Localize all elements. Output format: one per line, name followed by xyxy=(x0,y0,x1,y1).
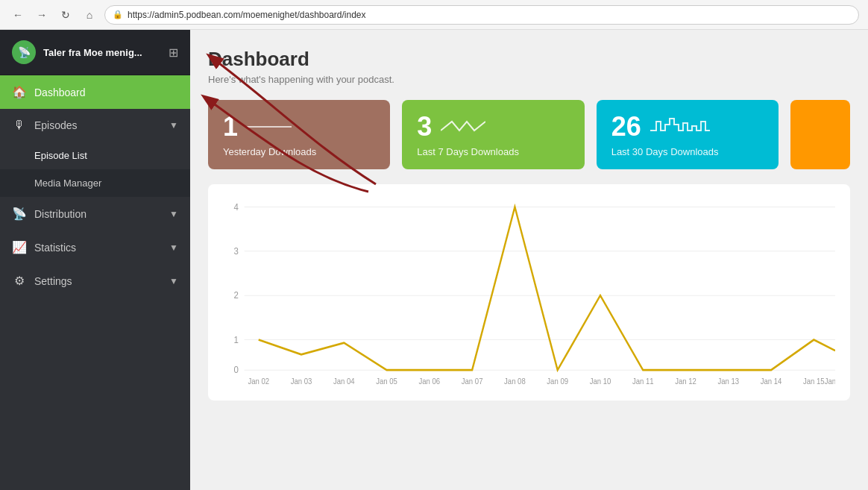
svg-text:Jan 09: Jan 09 xyxy=(547,377,568,386)
url-bar[interactable]: 🔒 https://admin5.podbean.com/moemenighet… xyxy=(104,5,859,25)
chevron-down-icon: ▼ xyxy=(169,209,178,219)
stat-card-last30: 26 Last 30 Days Downloads xyxy=(597,100,779,169)
wave-icon xyxy=(247,116,292,138)
yesterday-number: 1 xyxy=(223,113,238,140)
svg-text:Jan 14: Jan 14 xyxy=(761,377,782,386)
chart-svg: 4 3 2 1 0 Jan 02 Jan 03 Jan 04 Jan 05 Ja… xyxy=(223,199,835,386)
reload-button[interactable]: ↻ xyxy=(57,6,75,24)
stat-number: 26 xyxy=(611,113,764,140)
sidebar-item-dashboard[interactable]: 🏠 Dashboard xyxy=(0,75,190,109)
sidebar-item-episodes[interactable]: 🎙 Episodes ▼ xyxy=(0,109,190,142)
chevron-down-icon: ▼ xyxy=(169,120,178,131)
sidebar-nav: 🏠 Dashboard 🎙 Episodes ▼ Episode List Me… xyxy=(0,75,190,490)
chevron-down-icon: ▼ xyxy=(169,276,178,286)
stats-row: 1 Yesterday Downloads 3 Last 7 Days Down… xyxy=(208,100,850,169)
statistics-icon: 📈 xyxy=(12,240,27,254)
stat-card-last7: 3 Last 7 Days Downloads xyxy=(402,100,584,169)
sidebar-item-episode-list[interactable]: Episode List xyxy=(0,142,190,169)
svg-text:Jan 13: Jan 13 xyxy=(717,377,739,386)
brand-icon: 📡 xyxy=(12,40,36,64)
svg-text:Jan 04: Jan 04 xyxy=(333,377,355,386)
lock-icon: 🔒 xyxy=(113,10,123,19)
stat-label: Yesterday Downloads xyxy=(223,146,375,157)
svg-text:Jan 11: Jan 11 xyxy=(632,377,654,386)
svg-text:Jan 12: Jan 12 xyxy=(675,377,696,386)
svg-text:Jan 05: Jan 05 xyxy=(376,377,397,386)
svg-text:Jan 08: Jan 08 xyxy=(504,377,526,386)
svg-text:Jan 15: Jan 15 xyxy=(803,377,825,386)
stat-card-yesterday: 1 Yesterday Downloads xyxy=(208,100,390,169)
sidebar-item-media-manager[interactable]: Media Manager xyxy=(0,169,190,197)
last30-number: 26 xyxy=(611,113,641,140)
stat-number: 3 xyxy=(417,113,569,140)
main-content: Dashboard Here's what's happening with y… xyxy=(190,30,868,490)
svg-text:Jan 02: Jan 02 xyxy=(248,377,269,386)
svg-text:1: 1 xyxy=(234,334,239,345)
chart-container: 4 3 2 1 0 Jan 02 Jan 03 Jan 04 Jan 05 Ja… xyxy=(208,184,850,401)
chart-area: 4 3 2 1 0 Jan 02 Jan 03 Jan 04 Jan 05 Ja… xyxy=(223,199,835,393)
sidebar-item-label: Statistics xyxy=(34,242,162,254)
grid-icon[interactable]: ⊞ xyxy=(169,45,178,60)
sidebar-item-statistics[interactable]: 📈 Statistics ▼ xyxy=(0,230,190,264)
browser-chrome: ← → ↻ ⌂ 🔒 https://admin5.podbean.com/moe… xyxy=(0,0,868,30)
stat-card-total xyxy=(790,100,850,169)
microphone-icon: 🎙 xyxy=(12,119,27,132)
stat-number: 1 xyxy=(223,113,375,140)
stat-label: Last 30 Days Downloads xyxy=(611,146,764,157)
chevron-down-icon: ▼ xyxy=(169,242,178,253)
svg-text:Jan 06: Jan 06 xyxy=(419,377,441,386)
sidebar-item-label: Distribution xyxy=(34,208,162,220)
page-title: Dashboard xyxy=(208,48,850,71)
sidebar-item-distribution[interactable]: 📡 Distribution ▼ xyxy=(0,197,190,230)
sidebar-item-label: Episodes xyxy=(34,119,162,131)
episode-list-label: Episode List xyxy=(34,150,87,161)
sidebar-item-settings[interactable]: ⚙ Settings ▼ xyxy=(0,264,190,298)
home-icon: 🏠 xyxy=(12,85,27,99)
svg-text:4: 4 xyxy=(234,201,239,213)
svg-text:0: 0 xyxy=(234,365,239,376)
gear-icon: ⚙ xyxy=(12,274,27,288)
forward-button[interactable]: → xyxy=(33,6,51,24)
page-subtitle: Here's what's happening with your podcas… xyxy=(208,74,850,85)
svg-text:3: 3 xyxy=(234,245,239,257)
brand-label: Taler fra Moe menig... xyxy=(43,47,161,58)
sidebar-header: 📡 Taler fra Moe menig... ⊞ xyxy=(0,30,190,75)
svg-text:Jan 16: Jan 16 xyxy=(825,377,835,386)
last7-number: 3 xyxy=(417,113,432,140)
back-button[interactable]: ← xyxy=(9,6,27,24)
media-manager-label: Media Manager xyxy=(34,178,101,189)
svg-text:Jan 10: Jan 10 xyxy=(590,377,611,386)
wave-icon xyxy=(650,116,710,138)
home-button[interactable]: ⌂ xyxy=(81,6,98,24)
sidebar: 📡 Taler fra Moe menig... ⊞ 🏠 Dashboard 🎙… xyxy=(0,30,190,490)
svg-text:Jan 07: Jan 07 xyxy=(462,377,483,386)
stat-label: Last 7 Days Downloads xyxy=(417,146,569,157)
distribution-icon: 📡 xyxy=(12,207,27,221)
sidebar-item-label: Settings xyxy=(34,275,162,287)
svg-text:2: 2 xyxy=(234,290,239,301)
url-text: https://admin5.podbean.com/moemenighet/d… xyxy=(128,10,366,20)
svg-text:Jan 03: Jan 03 xyxy=(291,377,312,386)
sidebar-item-label: Dashboard xyxy=(34,87,178,98)
wave-icon xyxy=(441,116,485,138)
